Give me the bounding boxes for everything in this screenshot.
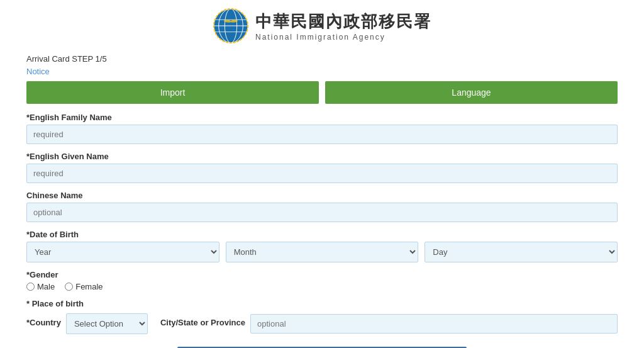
place-of-birth-group: * Place of birth *Country Select Option … xyxy=(26,299,618,334)
header-text-block: 中華民國內政部移民署 National Immigration Agency xyxy=(255,11,431,42)
place-of-birth-section-label: * Place of birth xyxy=(26,299,618,308)
given-name-label: *English Given Name xyxy=(26,152,618,161)
gender-male-option[interactable]: Male xyxy=(26,282,55,291)
country-field-group: *Country Select Option xyxy=(26,313,148,334)
city-input[interactable] xyxy=(250,314,618,334)
gender-female-radio[interactable] xyxy=(65,283,73,291)
chinese-name-input[interactable] xyxy=(26,203,618,222)
page-header: 中華民國內政部移民署 National Immigration Agency xyxy=(0,0,644,49)
dob-label: *Date of Birth xyxy=(26,230,618,239)
import-button[interactable]: Import xyxy=(26,81,319,104)
dob-day-select[interactable]: Day xyxy=(425,242,618,262)
gender-label: *Gender xyxy=(26,270,618,279)
notice-link[interactable]: Notice xyxy=(26,67,50,76)
city-label: City/State or Province xyxy=(160,318,245,327)
family-name-label: *English Family Name xyxy=(26,113,618,122)
country-label: *Country xyxy=(26,318,61,327)
header-title-zh: 中華民國內政部移民署 xyxy=(255,11,431,33)
chinese-name-label: Chinese Name xyxy=(26,191,618,200)
given-name-input[interactable] xyxy=(26,164,618,183)
country-select[interactable]: Select Option xyxy=(66,313,148,334)
header-title-en: National Immigration Agency xyxy=(255,33,386,42)
language-button[interactable]: Language xyxy=(325,81,618,104)
globe-logo-icon xyxy=(213,8,249,44)
given-name-group: *English Given Name xyxy=(26,152,618,183)
gender-male-label: Male xyxy=(37,282,55,291)
step-label: Arrival Card STEP 1/5 xyxy=(26,54,618,64)
dob-month-select[interactable]: Month xyxy=(226,242,419,262)
family-name-group: *English Family Name xyxy=(26,113,618,144)
dob-year-select[interactable]: Year xyxy=(26,242,219,262)
family-name-input[interactable] xyxy=(26,125,618,144)
gender-female-label: Female xyxy=(75,282,103,291)
main-content: Arrival Card STEP 1/5 Notice Import Lang… xyxy=(14,49,630,348)
city-field-group: City/State or Province xyxy=(160,314,618,334)
gender-female-option[interactable]: Female xyxy=(65,282,103,291)
chinese-name-group: Chinese Name xyxy=(26,191,618,222)
date-row: Year Month Day xyxy=(26,242,618,262)
action-button-row: Import Language xyxy=(26,81,618,104)
gender-male-radio[interactable] xyxy=(26,283,35,291)
gender-options-row: Male Female xyxy=(26,282,618,291)
place-birth-row: *Country Select Option City/State or Pro… xyxy=(26,313,618,334)
dob-group: *Date of Birth Year Month Day xyxy=(26,230,618,262)
gender-group: *Gender Male Female xyxy=(26,270,618,291)
